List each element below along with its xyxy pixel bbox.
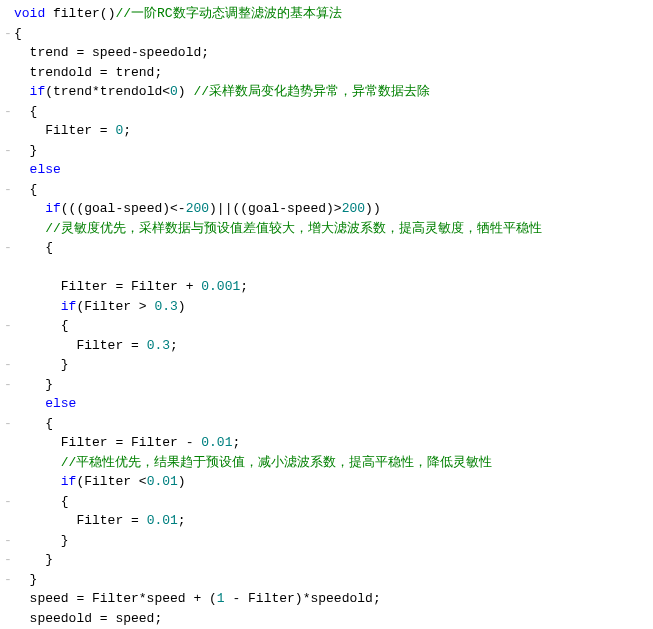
keyword-if: if — [14, 201, 61, 216]
number: 200 — [186, 201, 209, 216]
brace: } — [14, 143, 37, 158]
number: 0 — [170, 84, 178, 99]
code-block: void filter()//一阶RC数字动态调整滤波的基本算法 -{ tren… — [0, 0, 653, 629]
stmt: Filter = — [14, 513, 147, 528]
number: 0.01 — [147, 474, 178, 489]
gutter — [4, 160, 14, 180]
gutter — [4, 43, 14, 63]
gutter — [4, 219, 14, 239]
keyword-if: if — [14, 474, 76, 489]
stmt: Filter = Filter - — [14, 435, 201, 450]
gutter: - — [4, 414, 14, 434]
expr: (Filter < — [76, 474, 146, 489]
brace: { — [14, 494, 69, 509]
expr: )) — [365, 201, 381, 216]
gutter: - — [4, 238, 14, 258]
gutter: - — [4, 570, 14, 590]
gutter — [4, 4, 14, 24]
gutter — [4, 336, 14, 356]
number: 0.001 — [201, 279, 240, 294]
brace: } — [14, 377, 53, 392]
stmt: ; — [240, 279, 248, 294]
gutter — [4, 433, 14, 453]
stmt: trend = speed-speedold; — [14, 45, 209, 60]
brace: { — [14, 104, 37, 119]
expr: (((goal-speed)<- — [61, 201, 186, 216]
brace: } — [14, 572, 37, 587]
brace: } — [14, 552, 53, 567]
brace: { — [14, 26, 22, 41]
gutter: - — [4, 375, 14, 395]
gutter — [4, 121, 14, 141]
gutter: - — [4, 102, 14, 122]
gutter: - — [4, 180, 14, 200]
gutter — [4, 63, 14, 83]
gutter — [4, 453, 14, 473]
gutter — [4, 609, 14, 629]
comment: //采样数局变化趋势异常，异常数据去除 — [193, 84, 430, 99]
brace: } — [14, 533, 69, 548]
brace: } — [14, 357, 69, 372]
comment: //灵敏度优先，采样数据与预设值差值较大，增大滤波系数，提高灵敏度，牺牲平稳性 — [14, 221, 542, 236]
gutter — [4, 82, 14, 102]
expr: (Filter > — [76, 299, 154, 314]
stmt: ; — [123, 123, 131, 138]
expr: )||((goal-speed)> — [209, 201, 342, 216]
comment: //一阶RC数字动态调整滤波的基本算法 — [115, 6, 341, 21]
gutter: - — [4, 531, 14, 551]
gutter: - — [4, 316, 14, 336]
stmt: ; — [170, 338, 178, 353]
expr: (trend*trendold< — [45, 84, 170, 99]
stmt: Filter = Filter + — [14, 279, 201, 294]
keyword-else: else — [14, 396, 76, 411]
gutter: - — [4, 24, 14, 44]
gutter — [4, 258, 14, 278]
number: 200 — [342, 201, 365, 216]
brace: { — [14, 182, 37, 197]
expr: ) — [178, 474, 186, 489]
fn-name: filter() — [45, 6, 115, 21]
number: 0.01 — [201, 435, 232, 450]
gutter — [4, 199, 14, 219]
gutter — [4, 277, 14, 297]
brace: { — [14, 318, 69, 333]
number: 1 — [217, 591, 225, 606]
gutter: - — [4, 550, 14, 570]
gutter: - — [4, 492, 14, 512]
gutter — [4, 394, 14, 414]
gutter — [4, 589, 14, 609]
keyword-else: else — [14, 162, 61, 177]
gutter: - — [4, 141, 14, 161]
brace: { — [14, 240, 53, 255]
brace: { — [14, 416, 53, 431]
keyword-if: if — [14, 299, 76, 314]
stmt: ; — [178, 513, 186, 528]
stmt: Filter = — [14, 338, 147, 353]
stmt: trendold = trend; — [14, 65, 162, 80]
comment: //平稳性优先，结果趋于预设值，减小滤波系数，提高平稳性，降低灵敏性 — [14, 455, 492, 470]
stmt: speedold = speed; — [14, 611, 162, 626]
expr: ) — [178, 299, 186, 314]
number: 0.3 — [154, 299, 177, 314]
expr: ) — [178, 84, 194, 99]
gutter — [4, 511, 14, 531]
stmt: speed = Filter*speed + ( — [14, 591, 217, 606]
stmt: ; — [232, 435, 240, 450]
number: 0.01 — [147, 513, 178, 528]
gutter — [4, 472, 14, 492]
number: 0.3 — [147, 338, 170, 353]
gutter — [4, 297, 14, 317]
stmt: Filter = — [14, 123, 115, 138]
keyword-void: void — [14, 6, 45, 21]
keyword-if: if — [14, 84, 45, 99]
gutter: - — [4, 355, 14, 375]
stmt: - Filter)*speedold; — [225, 591, 381, 606]
